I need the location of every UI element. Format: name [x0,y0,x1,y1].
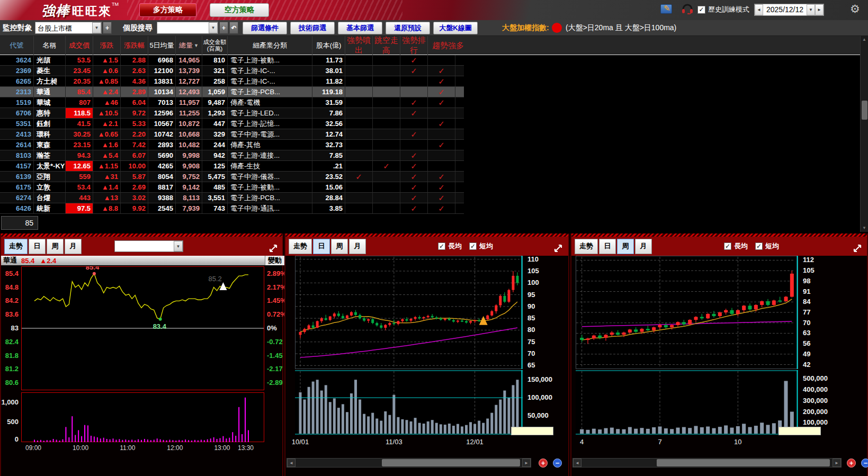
table-row[interactable]: 6426統新97.5▲8.89.9225457,939743電子中游-通訊...… [0,203,464,214]
zoom-out-icon[interactable]: − [861,459,868,468]
column-header-13[interactable]: 強勢排行 [400,36,428,55]
date-value[interactable]: 2025/12/12 [763,4,807,15]
table-row[interactable]: 2614東森23.15▲1.67.42289310,482244傳產-其他32.… [0,140,464,150]
scrollbar-thumb[interactable] [862,101,867,120]
column-header-1[interactable]: 代號 [0,36,34,55]
table-row[interactable]: 6139亞翔559▲315.8780549,7525,475電子中游-儀器...… [0,172,464,182]
chevron-down-icon[interactable]: ▼ [92,22,101,33]
column-header-4[interactable]: 漲跌 [93,36,121,55]
filter-button-3[interactable]: 基本篩選 [338,22,382,34]
table-row[interactable]: 8103瀚荃94.3▲5.46.0756909,998942電子上游-連接...… [0,150,464,161]
column-header-7[interactable]: 總量▼ [176,36,202,55]
indicator-select[interactable]: ▼ [114,240,183,252]
intraday-volume-chart[interactable] [21,392,264,442]
zoom-out-icon[interactable]: − [553,459,562,468]
column-header-2[interactable]: 名稱 [34,36,66,55]
stock-search-select[interactable]: ▼ [157,22,218,34]
column-header-10[interactable]: 股本(億) [312,36,345,55]
daily-price-chart[interactable] [295,256,523,369]
column-header-5[interactable]: 漲跌幅 [121,36,148,55]
filter-button-4[interactable]: 還原預設 [386,22,430,34]
tab-日[interactable]: 日 [599,239,616,254]
expand-panel-icon[interactable] [852,243,863,256]
scrollbar-thumb[interactable] [382,459,520,466]
expand-panel-icon[interactable] [553,243,563,256]
zoom-in-icon[interactable]: + [847,459,856,468]
column-header-12[interactable]: 跳空走高 [373,36,400,55]
date-dropdown-button[interactable]: ▼ [807,4,815,15]
tab-周[interactable]: 周 [331,239,348,254]
tab-月[interactable]: 月 [635,239,652,254]
scroll-right-icon[interactable]: ► [833,459,841,467]
table-row[interactable]: 5351鈺創41.5▲2.15.331056710,872447電子上游-記憶.… [0,119,464,129]
filter-button-2[interactable]: 技術篩選 [290,22,335,34]
search-undo-button[interactable]: ↶ [229,22,238,34]
chart-edit-icon[interactable]: ✎ [660,4,672,14]
table-row[interactable]: 6706惠特118.5▲10.59.721259611,2551,293電子上游… [0,108,464,119]
tab-走勢[interactable]: 走勢 [289,239,312,254]
column-header-6[interactable]: 5日均量 [148,36,176,55]
ma-checkbox-長均[interactable]: ✓ [724,243,731,250]
scrollbar-track[interactable] [296,459,522,467]
scroll-up-icon[interactable]: ▲ [861,37,867,43]
table-row[interactable]: 6265方土昶20.35▲0.854.361383112,727258電子上游-… [0,76,464,87]
cell-total: 8,113 [176,193,202,203]
table-row[interactable]: 6175立敦53.4▲1.42.6988179,142485電子上游-被動...… [0,182,464,193]
column-header-8[interactable]: 成交金額(百萬) [202,36,228,55]
table-row[interactable]: 3624光頡53.5▲1.52.88696814,965810電子上游-被動..… [0,55,464,66]
weekly-volume-chart[interactable] [576,370,798,435]
expand-panel-icon[interactable] [268,243,279,256]
weekly-price-chart[interactable] [576,256,798,369]
cell-capital: 23.52 [312,172,345,182]
monitor-add-button[interactable]: + [103,22,112,34]
table-row[interactable]: 4157太景*-KY12.65▲1.1510.0042659,908125傳產-… [0,161,464,172]
scrollbar-thumb[interactable] [657,459,830,466]
long-strategy-button[interactable]: 多方策略 [139,3,196,17]
tab-日[interactable]: 日 [313,239,330,254]
table-row[interactable]: 6274台燿443▲133.0293888,1133,551電子上游-PCB..… [0,193,464,203]
history-mode-toggle[interactable]: ✓ 歷史訓練模式 [697,5,749,14]
tab-月[interactable]: 月 [65,239,82,254]
tab-走勢[interactable]: 走勢 [4,239,28,254]
chevron-down-icon[interactable]: ▼ [209,22,218,33]
table-row[interactable]: 2413環科30.25▲0.652.201074210,668329電子中游-電… [0,129,464,140]
history-mode-checkbox[interactable]: ✓ [697,6,705,14]
tab-周[interactable]: 周 [47,239,64,254]
column-header-9[interactable]: 細產業分類 [228,36,312,55]
ma-checkbox-短均[interactable]: ✓ [469,243,477,250]
daily-horizontal-scrollbar[interactable]: ◄ ► [287,458,531,468]
scroll-right-icon[interactable]: ► [522,459,531,467]
column-header-14[interactable]: 趨勢強多 [428,36,868,55]
ma-checkbox-長均[interactable]: ✓ [438,243,445,250]
table-row[interactable]: 1519華城807▲466.04701311,9579,487傳產-電機31.5… [0,97,464,108]
daily-volume-chart[interactable] [295,370,523,435]
filter-button-1[interactable]: 篩選條件 [243,22,287,34]
monitor-target-select[interactable]: 台股上市櫃▼ [35,22,102,34]
scroll-down-icon[interactable]: ▼ [861,225,867,231]
chevron-down-icon[interactable]: ▼ [174,241,183,252]
zoom-in-icon[interactable]: + [539,459,548,468]
tab-日[interactable]: 日 [29,239,46,254]
table-row[interactable]: 2313華通85.4▲2.42.891013412,4931,059電子上游-P… [0,87,464,97]
date-next-button[interactable]: ► [815,4,824,15]
weekly-horizontal-scrollbar[interactable]: ◄ ► [572,458,842,468]
tab-月[interactable]: 月 [349,239,366,254]
table-vertical-scrollbar[interactable]: ▲ ▼ [860,36,868,232]
filter-button-5[interactable]: 大盤K線圖 [433,22,478,34]
headset-support-icon[interactable] [681,4,694,16]
date-prev-button[interactable]: ◄ [755,4,763,15]
column-header-11[interactable]: 強勢噴出 [345,36,373,55]
table-row[interactable]: 2369菱生23.45▲0.62.631210013,739321電子上游-IC… [0,66,464,76]
scroll-left-icon[interactable]: ◄ [287,459,296,467]
scroll-left-icon[interactable]: ◄ [573,459,581,467]
tab-周[interactable]: 周 [617,239,634,254]
settings-gear-icon[interactable]: ⚙ [850,3,860,15]
tab-走勢[interactable]: 走勢 [575,239,598,254]
short-strategy-button[interactable]: 空方策略 [210,3,269,17]
search-add-button[interactable]: + [219,22,228,34]
scrollbar-track[interactable] [581,459,833,467]
ma-checkbox-短均[interactable]: ✓ [755,243,763,250]
column-header-3[interactable]: 成交價 [66,36,93,55]
intraday-price-chart[interactable]: 85.483.485.2 [21,266,264,390]
change-mode-label[interactable]: 變動 [265,256,284,265]
